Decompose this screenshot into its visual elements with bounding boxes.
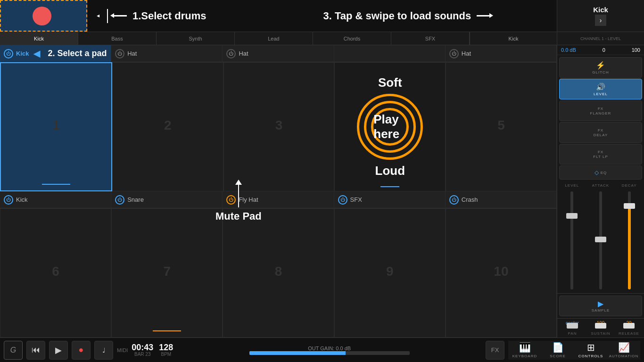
nav-automation[interactable]: 📈 AUTOMATION <box>607 341 640 360</box>
release-label: RELEASE <box>619 331 639 336</box>
pad-7[interactable]: 7 <box>111 208 223 337</box>
pan-handle[interactable] <box>567 323 578 329</box>
pad-8[interactable]: 8 <box>223 208 334 337</box>
header-hat-3: ⏻ Hat <box>446 45 557 62</box>
pad-5[interactable]: 5 <box>446 62 557 191</box>
pan-col: center PAN <box>559 321 586 336</box>
level-btn[interactable]: 🔊 LEVEL <box>559 79 642 99</box>
right-panel: 0.0 dB 0 100 ⚡ GLITCH 🔊 LEVEL FX FLANGER… <box>557 45 644 337</box>
pad-7-indicator <box>153 330 181 331</box>
header-snare-bot: ⏻ Snare <box>111 191 223 208</box>
tab-right-kick[interactable]: Kick <box>470 32 557 45</box>
time-display: 00:43 BAR 23 <box>132 343 153 357</box>
pad-4-playhere[interactable]: Soft Play here Loud <box>334 62 446 191</box>
play-btn[interactable]: ▶ <box>49 341 68 360</box>
pad-10-number: 10 <box>494 264 508 279</box>
tab-lead[interactable]: Lead <box>235 32 313 45</box>
header-hat3-label: Hat <box>462 50 471 57</box>
logo-btn[interactable]: G <box>4 341 23 360</box>
release-handle[interactable] <box>623 323 635 329</box>
zero-value: 0 <box>603 47 605 53</box>
decay-fader-handle[interactable] <box>624 203 635 209</box>
automation-label: AUTOMATION <box>609 354 639 358</box>
channel-tabs: Kick Bass Synth Lead Chords SFX Kick CHA… <box>0 32 644 45</box>
power-btn-snare[interactable]: ⏻ <box>115 195 124 205</box>
power-btn-kick-bot[interactable]: ⏻ <box>4 195 13 205</box>
soft-label: Soft <box>378 75 402 90</box>
level-fader-track[interactable] <box>570 191 573 289</box>
power-btn-hat2[interactable]: ⏻ <box>226 49 236 58</box>
gain-label: OUT GAIN: 0.0 dB <box>308 346 351 351</box>
nav-keyboard[interactable]: 🎹 KEYBOARD <box>508 341 541 360</box>
sustain-label: SUSTAIN <box>591 331 610 336</box>
glitch-btn[interactable]: ⚡ GLITCH <box>559 57 642 78</box>
decay-fader-track[interactable] <box>628 191 631 289</box>
header-sfx-label: SFX <box>350 196 362 203</box>
tab-synth[interactable]: Synth <box>157 32 235 45</box>
rewind-btn[interactable]: ⏮ <box>26 341 45 360</box>
power-btn-hat3[interactable]: ⏻ <box>449 49 459 58</box>
bpm-label: BPM <box>161 352 171 357</box>
pad-10[interactable]: 10 <box>446 208 557 337</box>
nav-score[interactable]: 📄 SCORE <box>541 341 574 360</box>
pad-9[interactable]: 9 <box>334 208 446 337</box>
bpm-display: 128 BPM <box>159 343 173 357</box>
fx-fltlp-btn[interactable]: FX FLT LP <box>559 144 642 165</box>
pad-1[interactable]: 1 <box>0 62 112 191</box>
tab-bass[interactable]: Bass <box>78 32 157 45</box>
tab-kick[interactable]: Kick <box>0 32 78 45</box>
drum-icon <box>33 7 51 25</box>
instruction-1: 1.Select drums <box>132 10 247 22</box>
record-btn[interactable]: ● <box>72 341 91 360</box>
bottom-toolbar: G ⏮ ▶ ● ♩ MIDI 00:43 BAR 23 128 BPM OUT … <box>0 337 644 362</box>
header-right: Kick › <box>557 0 644 32</box>
nav-controls[interactable]: ⊞ CONTROLS <box>574 341 607 360</box>
power-btn-hat1[interactable]: ⏻ <box>115 49 124 58</box>
tab-chords[interactable]: Chords <box>313 32 391 45</box>
chevron-right-btn[interactable]: › <box>595 15 606 26</box>
controls-icon: ⊞ <box>587 342 595 353</box>
pad-3-number: 3 <box>275 118 283 133</box>
drum-selector[interactable] <box>0 0 87 32</box>
bpm-value: 128 <box>159 343 173 352</box>
pad-5-number: 5 <box>497 118 505 133</box>
divider <box>107 9 108 23</box>
pad-3[interactable]: 3 <box>223 62 335 191</box>
metronome-btn[interactable]: ♩ <box>94 341 113 360</box>
tab-sfx[interactable]: SFX <box>391 32 470 45</box>
header-flyhat-bot: ⏻ Fly Hat <box>223 191 334 208</box>
faders-area: LEVEL ATTACK DECAY <box>557 181 644 293</box>
kick-label-top: Kick <box>593 6 608 14</box>
header-flyhat-label: Fly Hat <box>239 196 258 203</box>
power-btn-kick[interactable]: ⏻ <box>4 49 13 58</box>
pad-6-number: 6 <box>52 264 59 279</box>
level-fader-handle[interactable] <box>566 213 578 219</box>
fx-btn-bottom[interactable]: FX <box>486 341 504 360</box>
fx-fltlp-sub: FLT LP <box>593 155 608 159</box>
top-bar: ◀ 1.Select drums 3. Tap & swipe to load … <box>0 0 644 32</box>
level-label: LEVEL <box>594 92 608 96</box>
power-btn-flyhat[interactable]: ⏻ <box>226 195 236 205</box>
fx-flanger-label: FX <box>598 107 603 111</box>
pad-6[interactable]: 6 <box>0 208 111 337</box>
instruction-2: 2. Select a pad <box>48 49 107 58</box>
attack-fader-col: ATTACK <box>588 183 614 291</box>
attack-fader-handle[interactable] <box>595 237 606 242</box>
fx-delay-btn[interactable]: FX DELAY <box>559 122 642 143</box>
pan-label: PAN <box>568 331 577 336</box>
sustain-handle[interactable] <box>595 323 606 329</box>
pad-1-number: 1 <box>52 118 60 133</box>
sample-btn[interactable]: ▶ SAMPLE <box>559 296 642 316</box>
power-btn-crash[interactable]: ⏻ <box>449 195 459 205</box>
bottom-pad-row: 6 7 8 9 10 <box>0 208 557 337</box>
level-icon: 🔊 <box>596 82 605 91</box>
sample-label: SAMPLE <box>592 308 610 313</box>
fx-flanger-btn[interactable]: FX FLANGER <box>559 100 642 121</box>
attack-fader-track[interactable] <box>599 191 602 289</box>
eq-btn[interactable]: ◇ EQ <box>559 165 642 180</box>
top-values-row: 0.0 dB 0 100 <box>557 45 644 55</box>
pad-7-number: 7 <box>164 264 171 279</box>
power-btn-sfx[interactable]: ⏻ <box>338 195 347 205</box>
pad-2[interactable]: 2 <box>112 62 223 191</box>
header-hat-1: ⏻ Hat <box>111 45 223 62</box>
